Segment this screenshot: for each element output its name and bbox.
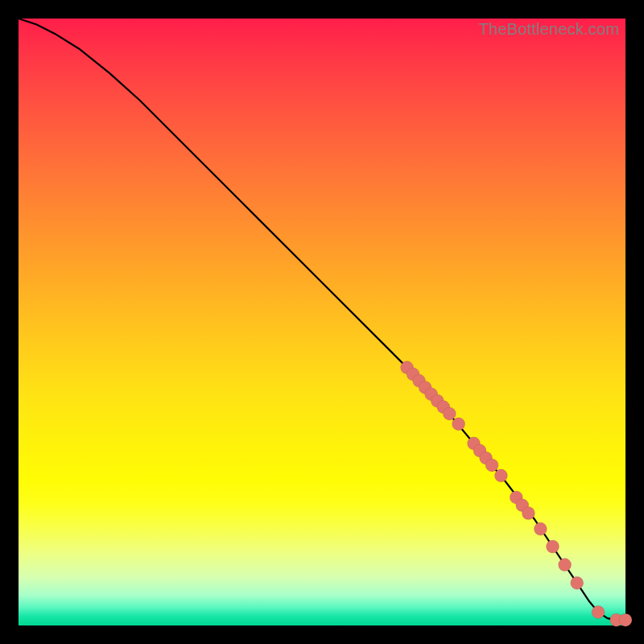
data-point [494,469,507,482]
data-point [547,540,559,553]
data-point [485,459,498,472]
data-point [571,576,584,589]
data-point [522,507,535,520]
data-point [559,559,572,572]
data-point [443,407,456,420]
data-point [592,605,605,618]
data-point [534,522,547,535]
data-point [619,613,632,626]
chart-area: TheBottleneck.com [19,19,625,625]
data-point [452,418,465,431]
highlighted-points-group [401,361,632,627]
plot-svg [19,19,625,625]
